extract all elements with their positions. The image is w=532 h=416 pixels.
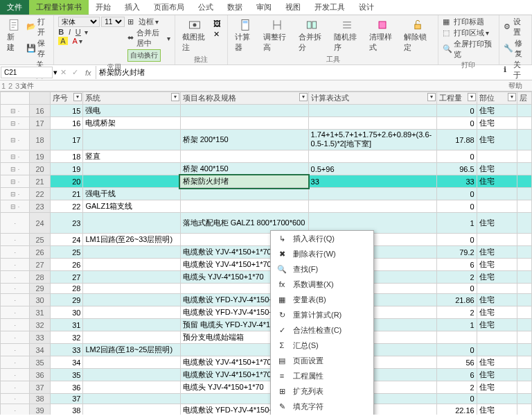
table-row[interactable]: ⊟ ·2019桥架 400*1500.5+9696.5住宅 xyxy=(1,163,532,175)
table-row[interactable]: ·3130电缆敷设 YFD-YJV-4*150+12住宅 xyxy=(1,306,532,319)
menu-icon: ≡ xyxy=(276,370,287,381)
col-floor[interactable]: 层 xyxy=(517,92,531,105)
table-row[interactable]: ·2423落地式配电柜 GALZ1 800*1700*6001住宅 xyxy=(1,213,532,234)
calculator-button[interactable]: 计算器 xyxy=(232,17,258,54)
repair-button[interactable]: 🔧修复 xyxy=(504,38,527,59)
table-row[interactable]: ·3433LM2回路(至18~25层照明)0 xyxy=(1,344,532,356)
tab-review[interactable]: 审阅 xyxy=(249,0,278,15)
col-system[interactable]: 系统▾ xyxy=(83,92,180,105)
context-menu-item[interactable]: ↻重算计算式(R) xyxy=(271,307,373,322)
context-menu-item[interactable]: ↳插入表行(Q) xyxy=(271,231,373,246)
tab-data[interactable]: 数据 xyxy=(220,0,249,15)
name-box[interactable] xyxy=(1,67,53,78)
filter-icon[interactable]: ▾ xyxy=(468,93,476,101)
table-row[interactable]: ⊟ ·1716电缆桥架0住宅 xyxy=(1,117,532,130)
context-menu-item[interactable]: ✖删除表行(W) xyxy=(271,246,373,261)
tab-dev[interactable]: 开发工具 xyxy=(308,0,352,15)
table-row[interactable]: ·3029电缆敷设 YFD-YJV-4*150+15+1.5+0.8621.86… xyxy=(1,294,532,306)
image-icon[interactable]: 🖼 xyxy=(213,19,223,29)
col-qty[interactable]: 工程量▾ xyxy=(436,92,477,105)
border-button[interactable]: ⊞边框▾ xyxy=(127,17,170,27)
open-button[interactable]: 📂打开 xyxy=(26,17,49,37)
tab-layout[interactable]: 页面布局 xyxy=(147,0,191,15)
table-row[interactable]: ·38370 xyxy=(1,394,532,404)
col-item[interactable]: 项目名称及规格▾ xyxy=(180,92,308,105)
gear-icon: ⚙ xyxy=(504,22,513,32)
save-button[interactable]: 💾保存 xyxy=(26,38,49,59)
context-menu: ↳插入表行(Q)✖删除表行(W)🔍查找(F)fx系数调整(X)▦变量表(B)↻重… xyxy=(270,230,374,415)
clear-icon[interactable]: ✕ xyxy=(213,30,223,40)
col-seq[interactable]: 序号▾ xyxy=(50,92,83,105)
autowrap-button[interactable]: 自动换行 xyxy=(127,49,161,62)
font-style-row[interactable]: B I U ▾ xyxy=(58,28,125,36)
col-expr[interactable]: 计算表达式▾ xyxy=(308,92,436,105)
filter-icon[interactable]: ▾ xyxy=(299,93,308,101)
context-menu-item[interactable]: fx系数调整(X) xyxy=(271,277,373,292)
table-row[interactable]: ⊟ ·1817桥架 200*1501.74+1+5.7+1+1.75+2.6+0… xyxy=(1,130,532,150)
formula-bar[interactable]: 桥架防火封堵 xyxy=(96,66,532,79)
context-menu-item[interactable]: ▦变量表(B) xyxy=(271,292,373,307)
table-row[interactable]: ⊟ ·2120桥架防火封堵3333住宅 xyxy=(1,175,532,188)
cancel-formula-icon[interactable]: ✕ xyxy=(57,68,69,77)
spreadsheet-grid[interactable]: 序号▾ 系统▾ 项目名称及规格▾ 计算表达式▾ 工程量▾ 部位▾ 层 ⊟ ·16… xyxy=(0,92,532,415)
table-row[interactable]: ·3534电缆敷设 YJV-4*150+1*703.9+50+0.556住宅 xyxy=(1,356,532,369)
name-bar: ▾ ✕ ✓ fx 桥架防火封堵 xyxy=(0,65,532,80)
table-row[interactable]: ⊟ ·2221强电干线0 xyxy=(1,188,532,200)
font-size-select[interactable]: 11 xyxy=(101,17,125,27)
menu-icon: ▦ xyxy=(276,294,287,305)
settings-button[interactable]: ⚙设置 xyxy=(504,17,527,37)
tab-file[interactable]: 文件 xyxy=(0,0,29,15)
context-menu-item[interactable]: ✓合法性检查(C) xyxy=(271,322,373,338)
table-row[interactable]: ·3332预分支电缆始端箱 xyxy=(1,331,532,344)
filter-icon[interactable]: ▾ xyxy=(73,93,82,101)
tab-home[interactable]: 开始 xyxy=(89,0,118,15)
row-height-button[interactable]: 调整行高 xyxy=(260,17,293,54)
table-row[interactable]: ⊟ ·2322GALZ1箱支线0 xyxy=(1,200,532,213)
context-menu-item[interactable]: 🔍查找(F) xyxy=(271,261,373,277)
new-button[interactable]: 新建 xyxy=(4,17,24,54)
table-row[interactable]: ·3231预留 电缆头 YFD-YJV-4*150+11住宅 xyxy=(1,319,532,331)
filter-icon[interactable]: ▾ xyxy=(171,93,179,101)
table-row[interactable]: ·3635电缆敷设 YJV-4*150+1*705+1.5*26住宅 xyxy=(1,369,532,381)
table-row[interactable]: ·3938电缆敷设 YFD-YJV-4*150+11.5+0.8622.16住宅 xyxy=(1,404,532,415)
print-area-button[interactable]: ⬚打印区域▾ xyxy=(443,28,494,38)
outline-bar[interactable]: 1234 xyxy=(0,80,532,92)
filter-icon[interactable]: ▾ xyxy=(427,93,436,101)
table-row[interactable]: ·2726电缆敷设 YJV-4*150+1*705+1.5*26住宅 xyxy=(1,259,532,271)
confirm-formula-icon[interactable]: ✓ xyxy=(69,68,81,77)
print-preview-button[interactable]: 🔍全屏打印预览 xyxy=(443,39,494,60)
unlock-button[interactable]: 解除锁定 xyxy=(401,17,434,54)
fx-icon[interactable]: fx xyxy=(81,69,96,77)
tab-calc-book[interactable]: 工程量计算书 xyxy=(29,0,89,15)
tab-view[interactable]: 视图 xyxy=(278,0,308,15)
table-row[interactable]: ·29280 xyxy=(1,284,532,294)
context-menu-item[interactable]: ▤页面设置 xyxy=(271,353,373,368)
table-row[interactable]: ⊟ ·1615强电0住宅 xyxy=(1,105,532,117)
merge-center-button[interactable]: ⬌合并后居中▾ xyxy=(127,28,170,49)
screenshot-annot-button[interactable]: 截图批注 xyxy=(179,17,211,54)
menu-icon: fx xyxy=(276,279,287,290)
table-row[interactable]: ⊟ ·1918竖直0 xyxy=(1,150,532,163)
context-menu-item[interactable]: ⊞扩充列表 xyxy=(271,383,373,399)
context-menu-item[interactable]: ≡工程属性 xyxy=(271,368,373,383)
col-part[interactable]: 部位▾ xyxy=(477,92,517,105)
context-menu-item[interactable]: ✎填充字符 xyxy=(271,399,373,414)
table-row[interactable]: ·2827电缆头 YJV-4*150+1*702住宅 xyxy=(1,271,532,284)
table-row[interactable]: ·3736电缆头 YJV-4*150+1*702住宅 xyxy=(1,381,532,394)
font-color-row[interactable]: A A▾ xyxy=(58,37,125,45)
context-menu-item[interactable]: ✂截图批注 xyxy=(271,414,373,415)
font-name-select[interactable]: 宋体 xyxy=(58,17,100,27)
random-sort-button[interactable]: 随机排序 xyxy=(331,17,364,54)
tab-design[interactable]: 设计 xyxy=(352,0,381,15)
border-icon: ⊞ xyxy=(127,17,137,27)
tab-insert[interactable]: 插入 xyxy=(118,0,147,15)
clean-style-button[interactable]: 清理样式 xyxy=(366,17,399,54)
tab-formula[interactable]: 公式 xyxy=(191,0,220,15)
context-menu-item[interactable]: Σ汇总(S) xyxy=(271,338,373,353)
merge-split-button[interactable]: 合并拆分 xyxy=(296,17,328,54)
table-row[interactable]: ·2625电缆敷设 YJV-4*150+1*703.9+73.2+0.579.2… xyxy=(1,246,532,259)
save-icon: 💾 xyxy=(26,44,36,53)
filter-icon[interactable]: ▾ xyxy=(508,93,516,101)
print-title-button[interactable]: ▦打印标题 xyxy=(443,17,494,27)
table-row[interactable]: ·2524LM1回路(至26~33层照明)0 xyxy=(1,234,532,246)
